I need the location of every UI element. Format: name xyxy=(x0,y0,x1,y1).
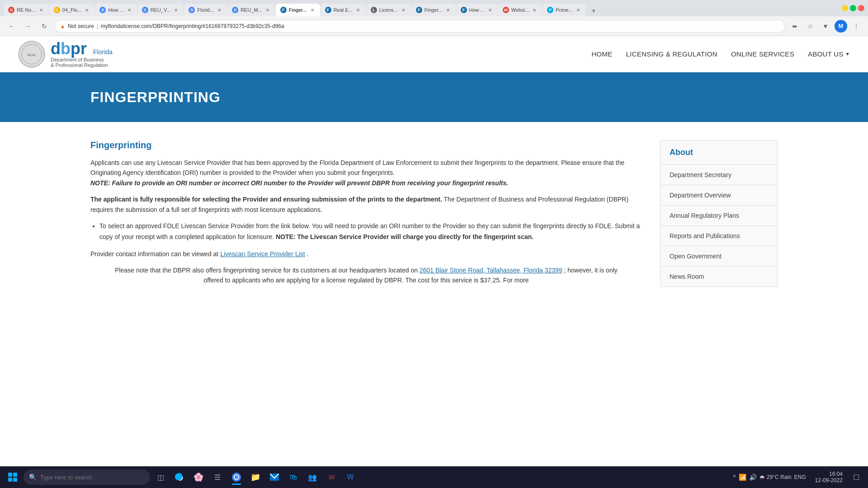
chevron-down-icon: ▼ xyxy=(845,52,850,56)
tab-close-tab2[interactable]: ✕ xyxy=(84,7,90,13)
notification-button[interactable]: ☐ xyxy=(848,469,864,485)
hero-banner: FINGERPRINTING xyxy=(0,72,868,122)
svg-text:SEAL: SEAL xyxy=(27,53,37,57)
page-content: SEAL dbpr Florida Department of Business… xyxy=(0,36,868,305)
system-tray: ^ 📶 🔊 🌧 29°C Rain ENG xyxy=(729,474,809,481)
sidebar-item-open-govt[interactable]: Open Government xyxy=(660,246,777,267)
maximize-button[interactable] xyxy=(850,5,856,11)
nav-about-us[interactable]: ABOUT US ▼ xyxy=(808,50,850,58)
taskbar-chrome-icon[interactable] xyxy=(228,469,245,486)
tab-close-tab11[interactable]: ✕ xyxy=(487,7,493,13)
browser-tab-tab6[interactable]: D REU_M... ✕ xyxy=(227,4,275,16)
browser-tab-tab5[interactable]: D Florid... ✕ xyxy=(184,4,227,16)
url-text: Not secure xyxy=(68,23,94,29)
taskbar-task-manager-icon[interactable]: ☰ xyxy=(209,469,226,486)
forward-button[interactable]: → xyxy=(22,20,34,33)
sidebar-item-dept-overview[interactable]: Department Overview xyxy=(660,185,777,206)
tab-close-tab6[interactable]: ✕ xyxy=(264,7,271,13)
profile-button[interactable]: M xyxy=(835,20,847,33)
paragraph-2: The applicant is fully responsible for s… xyxy=(90,194,642,215)
weather-text: 29°C Rain xyxy=(767,474,792,480)
tab-title-tab7: Finger... xyxy=(289,7,307,13)
browser-tab-tab7[interactable]: F Finger... ✕ xyxy=(276,4,320,16)
tab-close-tab1[interactable]: ✕ xyxy=(38,7,44,13)
bullet-note: NOTE: The Livescan Service Provider will… xyxy=(276,233,533,240)
browser-tab-tab12[interactable]: W Websi... ✕ xyxy=(498,4,542,16)
clock-area[interactable]: 16:04 12-09-2022 xyxy=(811,471,846,483)
taskbar-teams-icon[interactable]: 👥 xyxy=(304,469,321,486)
back-button[interactable]: ← xyxy=(5,20,18,33)
tab-close-tab3[interactable]: ✕ xyxy=(126,7,132,13)
nav-licensing[interactable]: LICENSING & REGULATION xyxy=(626,50,717,58)
taskbar-search-bar[interactable]: 🔍 xyxy=(24,469,150,485)
sidebar-item-news-room[interactable]: News Room xyxy=(660,267,777,286)
nav-home[interactable]: HOME xyxy=(591,50,612,58)
browser-chrome: G RE No... ✕ G 04_Flo... ✕ D How ... ✕ D… xyxy=(0,0,868,16)
tab-title-tab3: How ... xyxy=(108,7,123,13)
browser-tab-tab10[interactable]: F Finger... ✕ xyxy=(411,4,456,16)
tray-arrow-icon[interactable]: ^ xyxy=(733,474,736,481)
tab-title-tab1: RE No... xyxy=(17,7,36,13)
browser-tab-tab4[interactable]: D REU_V... ✕ xyxy=(137,4,184,16)
browser-tab-tab2[interactable]: G 04_Flo... ✕ xyxy=(49,4,95,16)
nav-online-services[interactable]: ONLINE SERVICES xyxy=(731,50,794,58)
close-button[interactable] xyxy=(858,5,864,11)
tab-bar: G RE No... ✕ G 04_Flo... ✕ D How ... ✕ D… xyxy=(4,0,841,16)
paragraph-3: Please note that the DBPR also offers fi… xyxy=(108,265,624,286)
extensions-button[interactable]: ▼ xyxy=(819,20,832,33)
new-tab-button[interactable]: + xyxy=(588,5,599,16)
taskbar-explorer-icon[interactable]: 📁 xyxy=(247,469,264,486)
share-button[interactable]: ⬌ xyxy=(788,20,801,33)
taskbar-edge-icon[interactable] xyxy=(171,469,188,486)
livescan-link[interactable]: Livescan Service Provider List xyxy=(220,250,305,258)
content-section: Fingerprinting Applicants can use any Li… xyxy=(90,140,642,287)
tab-close-tab9[interactable]: ✕ xyxy=(400,7,406,13)
taskbar-cortana-icon[interactable]: 🌸 xyxy=(190,469,207,486)
sidebar-item-reports-pubs[interactable]: Reports and Publications xyxy=(660,226,777,246)
address-bar[interactable]: ▲ Not secure | myfloridalicense.com/DBPR… xyxy=(54,20,785,33)
tab-close-tab5[interactable]: ✕ xyxy=(216,7,222,13)
note-1: NOTE: Failure to provide an ORI number o… xyxy=(90,179,508,187)
weather-display: 🌧 29°C Rain xyxy=(760,474,792,480)
tab-close-tab13[interactable]: ✕ xyxy=(575,7,581,13)
tab-close-tab8[interactable]: ✕ xyxy=(355,7,361,13)
browser-tab-tab1[interactable]: G RE No... ✕ xyxy=(4,4,49,16)
browser-tab-tab11[interactable]: F How ... ✕ xyxy=(456,4,498,16)
tab-close-tab4[interactable]: ✕ xyxy=(173,7,179,13)
tab-close-tab7[interactable]: ✕ xyxy=(309,7,316,13)
clock-date: 12-09-2022 xyxy=(815,477,843,483)
browser-tab-tab9[interactable]: L Licens... ✕ xyxy=(366,4,411,16)
page-hero-title: FINGERPRINTING xyxy=(90,89,221,106)
tab-close-tab12[interactable]: ✕ xyxy=(531,7,538,13)
network-icon[interactable]: 📶 xyxy=(739,474,746,481)
search-icon: 🔍 xyxy=(29,474,37,481)
taskbar-word-icon[interactable]: W xyxy=(342,469,359,486)
address-bar-row: ← → ↻ ▲ Not secure | myfloridalicense.co… xyxy=(0,16,868,36)
address-link[interactable]: 2601 Blair Stone Road, Tallahassee, Flor… xyxy=(420,267,562,274)
taskview-button[interactable]: ◫ xyxy=(152,469,169,486)
refresh-button[interactable]: ↻ xyxy=(38,20,51,33)
tab-title-tab9: Licens... xyxy=(379,7,398,13)
taskbar-mail2-icon[interactable]: ✉ xyxy=(323,469,340,486)
tab-title-tab5: Florid... xyxy=(197,7,214,13)
url-display: myfloridalicense.com/DBPR/fingerprinting… xyxy=(101,23,284,29)
sidebar-item-annual-plans[interactable]: Annual Regulatory Plans xyxy=(660,206,777,226)
tab-close-tab10[interactable]: ✕ xyxy=(445,7,451,13)
security-icon: ▲ xyxy=(60,23,65,29)
bullet-list: To select an approved FDLE Livescan Serv… xyxy=(99,221,642,243)
browser-window-controls xyxy=(842,5,864,11)
start-button[interactable] xyxy=(4,468,22,486)
taskbar-store-icon[interactable]: 🛍 xyxy=(285,469,302,486)
volume-icon[interactable]: 🔊 xyxy=(749,474,757,481)
sidebar-item-dept-secretary[interactable]: Department Secretary xyxy=(660,165,777,185)
nav-links: HOME LICENSING & REGULATION ONLINE SERVI… xyxy=(591,50,850,58)
browser-tab-tab8[interactable]: F Real E... ✕ xyxy=(321,4,366,16)
menu-button[interactable]: ⋮ xyxy=(850,20,863,33)
browser-tab-tab13[interactable]: P Prime... ✕ xyxy=(542,4,586,16)
search-input[interactable] xyxy=(40,474,131,481)
browser-tab-tab3[interactable]: D How ... ✕ xyxy=(95,4,137,16)
bookmark-button[interactable]: ☆ xyxy=(804,20,816,33)
taskbar-mail-icon[interactable] xyxy=(266,469,283,486)
minimize-button[interactable] xyxy=(842,5,848,11)
clock-time: 16:04 xyxy=(815,471,843,477)
